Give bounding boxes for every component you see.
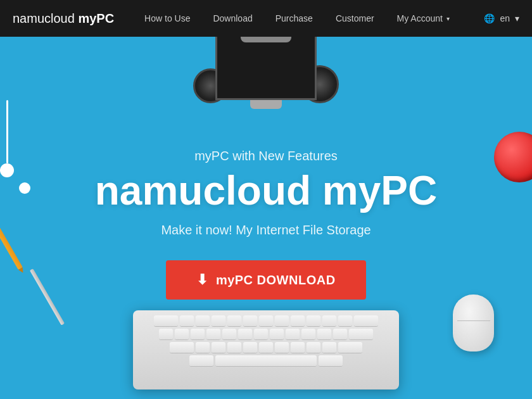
- key: [286, 329, 300, 340]
- spacebar-key: [215, 355, 317, 367]
- earphone-cord: [6, 100, 8, 163]
- download-button-label: myPC DOWNLOAD: [216, 273, 336, 288]
- key: [333, 329, 347, 340]
- nav-purchase[interactable]: Purchase: [264, 0, 324, 37]
- key-row-1: [138, 315, 394, 327]
- hero-content: myPC with New Features namucloud myPC Ma…: [95, 149, 438, 300]
- key: [227, 315, 241, 327]
- key: [322, 342, 336, 353]
- nav-how-to-use[interactable]: How to Use: [133, 0, 201, 37]
- download-button[interactable]: ⬇ myPC DOWNLOAD: [166, 260, 365, 300]
- key: [196, 315, 210, 327]
- key: [227, 342, 241, 353]
- keyboard-body: [133, 310, 399, 390]
- key: [301, 329, 315, 340]
- keyboard-decoration: [133, 310, 399, 399]
- earphones-decoration: [0, 100, 51, 189]
- key: [180, 315, 194, 327]
- download-icon: ⬇: [196, 272, 208, 288]
- nav-my-account-label: My Account: [397, 13, 443, 23]
- brand: namucloud myPC: [13, 11, 114, 26]
- key: [291, 315, 305, 327]
- pencil-decoration: [0, 208, 65, 330]
- key-row-3: [138, 342, 394, 353]
- key: [212, 315, 225, 327]
- key: [259, 315, 273, 327]
- language-label: en: [500, 13, 510, 23]
- key: [191, 329, 205, 340]
- monitor-stand-decoration: [250, 100, 282, 109]
- nav-links: How to Use Download Purchase Customer My…: [133, 0, 484, 37]
- key: [170, 342, 194, 353]
- key: [243, 315, 257, 327]
- brand-name-bold: myPC: [78, 11, 114, 25]
- nav-my-account[interactable]: My Account ▾: [386, 0, 461, 37]
- key: [175, 329, 189, 340]
- key: [259, 342, 273, 353]
- key: [354, 315, 378, 327]
- chevron-down-icon: ▾: [446, 15, 450, 22]
- pen-item: [30, 269, 65, 326]
- monitor-decoration: [196, 37, 336, 132]
- key: [275, 342, 289, 353]
- nav-customer[interactable]: Customer: [324, 0, 386, 37]
- key: [307, 342, 320, 353]
- mouse-line: [457, 320, 490, 321]
- key: [338, 315, 352, 327]
- navbar: namucloud myPC How to Use Download Purch…: [0, 0, 532, 37]
- monitor-screen-decoration: [215, 37, 317, 100]
- key: [270, 329, 284, 340]
- key-row-4: [138, 355, 394, 367]
- key: [212, 342, 225, 353]
- hero-subtitle: myPC with New Features: [95, 149, 438, 163]
- key: [254, 329, 268, 340]
- key: [291, 342, 305, 353]
- pencil-item: [0, 212, 23, 270]
- key: [196, 342, 210, 353]
- key: [275, 315, 289, 327]
- key: [238, 329, 252, 340]
- key: [206, 329, 220, 340]
- globe-icon: 🌐: [484, 13, 495, 23]
- key: [322, 315, 336, 327]
- key: [189, 355, 213, 367]
- key: [319, 355, 343, 367]
- earphone-bud: [0, 163, 14, 177]
- key-row-2: [138, 329, 394, 340]
- lang-chevron-icon: ▾: [515, 13, 519, 23]
- key: [222, 329, 236, 340]
- hero-section: myPC with New Features namucloud myPC Ma…: [0, 37, 532, 399]
- mouse-decoration: [453, 294, 494, 352]
- earphone-bud2: [19, 182, 30, 194]
- nav-download[interactable]: Download: [201, 0, 263, 37]
- red-circle-decoration: [494, 132, 532, 182]
- key: [243, 342, 257, 353]
- hero-title: namucloud myPC: [95, 168, 438, 213]
- brand-name-light: namucloud: [13, 11, 78, 25]
- key: [338, 342, 362, 353]
- hero-description: Make it now! My Internet File Storage: [95, 223, 438, 238]
- key: [349, 329, 373, 340]
- language-selector[interactable]: 🌐 en ▾: [484, 13, 519, 23]
- key: [154, 315, 178, 327]
- key: [307, 315, 320, 327]
- key: [159, 329, 173, 340]
- key: [317, 329, 331, 340]
